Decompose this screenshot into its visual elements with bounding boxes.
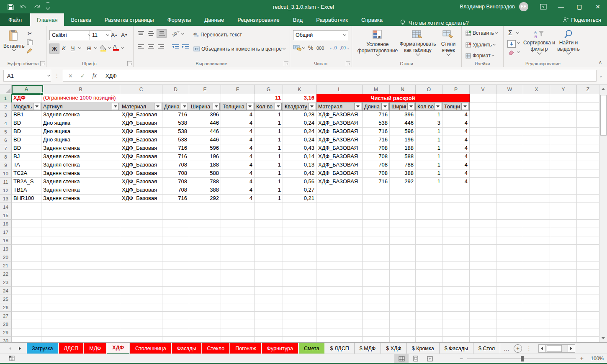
sort-filter-button[interactable]: АЯ Сортировка и фильтр <box>523 29 555 54</box>
column-header-B[interactable]: B <box>41 85 120 94</box>
cell[interactable] <box>316 303 363 312</box>
cell[interactable] <box>416 270 442 278</box>
zoom-slider[interactable] <box>467 359 576 359</box>
cell[interactable]: 4 <box>221 128 255 136</box>
cell[interactable] <box>120 253 162 261</box>
cell[interactable] <box>189 270 221 278</box>
cell[interactable]: 588 <box>390 153 416 161</box>
cell[interactable] <box>255 328 283 337</box>
cell[interactable] <box>416 253 442 261</box>
cell[interactable]: ХДФ_Базовая <box>120 169 162 178</box>
cell[interactable]: ХДФ_БАЗОВАЯ <box>316 136 363 144</box>
cell[interactable] <box>363 195 390 203</box>
row-header-27[interactable]: 27 <box>0 312 12 320</box>
cell[interactable] <box>316 270 363 278</box>
cell[interactable]: 11 <box>255 94 283 103</box>
cell[interactable] <box>416 295 442 303</box>
cell[interactable] <box>316 337 363 342</box>
font-name-combo[interactable]: Calibri <box>49 30 93 40</box>
zoom-level[interactable]: 100% <box>588 356 604 361</box>
cell[interactable] <box>577 295 599 303</box>
cell[interactable] <box>390 261 416 270</box>
vertical-scrollbar[interactable] <box>599 85 607 342</box>
row-header-26[interactable]: 26 <box>0 303 12 312</box>
cell[interactable] <box>390 195 416 203</box>
cell[interactable]: ХДФ_БАЗОВАЯ <box>316 153 363 161</box>
cell[interactable] <box>221 245 255 253</box>
cell[interactable]: ХДФ_БАЗОВАЯ <box>316 169 363 178</box>
filter-dropdown-icon[interactable] <box>213 103 220 110</box>
cell[interactable] <box>523 153 550 161</box>
cell[interactable]: ХДФ_Базовая <box>120 144 162 153</box>
cell[interactable] <box>189 312 221 320</box>
cell[interactable]: Дно ящика <box>41 119 120 128</box>
row-header-22[interactable]: 22 <box>0 270 12 278</box>
fill-icon[interactable] <box>507 40 516 48</box>
cell[interactable] <box>523 278 550 287</box>
cell[interactable] <box>41 312 120 320</box>
cell[interactable] <box>390 312 416 320</box>
cell[interactable] <box>162 94 189 103</box>
cell[interactable] <box>363 312 390 320</box>
cell[interactable] <box>12 220 41 228</box>
cell[interactable] <box>577 287 599 295</box>
cell[interactable] <box>255 236 283 245</box>
ribbon-tab-Рецензирование[interactable]: Рецензирование <box>231 13 286 26</box>
align-center-icon[interactable] <box>147 44 154 49</box>
cell[interactable] <box>442 278 470 287</box>
cell[interactable] <box>577 136 599 144</box>
cell[interactable] <box>496 178 523 186</box>
cell[interactable]: ХДФ_БАЗОВАЯ <box>316 161 363 169</box>
cell[interactable] <box>577 186 599 195</box>
row-header-25[interactable]: 25 <box>0 295 12 303</box>
cell[interactable] <box>523 136 550 144</box>
cell[interactable] <box>496 161 523 169</box>
cell[interactable] <box>162 245 189 253</box>
cell[interactable] <box>496 328 523 337</box>
cell[interactable] <box>550 144 577 153</box>
column-header-E[interactable]: E <box>189 85 221 94</box>
filter-header-4[interactable]: Ширина <box>189 103 221 111</box>
cell[interactable] <box>577 103 599 111</box>
sheet-tab-Загрузка[interactable]: Загрузка <box>27 343 58 354</box>
autosum-icon[interactable]: Σ <box>508 29 512 37</box>
align-middle-icon[interactable] <box>147 31 154 36</box>
scroll-right-icon[interactable] <box>568 344 575 353</box>
cell[interactable] <box>496 203 523 211</box>
cell[interactable] <box>316 320 363 328</box>
cell[interactable] <box>416 236 442 245</box>
cell[interactable] <box>442 211 470 220</box>
row-header-4[interactable]: 4 <box>0 119 12 128</box>
cell[interactable]: 716 <box>162 195 189 203</box>
cell[interactable] <box>550 178 577 186</box>
cell[interactable] <box>470 287 496 295</box>
cell[interactable] <box>12 236 41 245</box>
share-button[interactable]: Поделиться <box>563 13 601 26</box>
cell[interactable] <box>550 337 577 342</box>
cell[interactable] <box>120 261 162 270</box>
cell[interactable] <box>12 261 41 270</box>
cell[interactable] <box>470 119 496 128</box>
cell[interactable] <box>120 278 162 287</box>
cell[interactable] <box>470 228 496 236</box>
cell[interactable] <box>162 236 189 245</box>
row-header-14[interactable]: 14 <box>0 203 12 211</box>
cell[interactable] <box>221 220 255 228</box>
cell[interactable] <box>283 320 316 328</box>
cell[interactable] <box>120 211 162 220</box>
cell[interactable]: 196 <box>189 153 221 161</box>
cell[interactable] <box>162 203 189 211</box>
cell[interactable] <box>577 161 599 169</box>
cell[interactable] <box>255 203 283 211</box>
row-header-5[interactable]: 5 <box>0 128 12 136</box>
cell[interactable]: 4 <box>442 128 470 136</box>
scroll-left-icon[interactable] <box>538 344 546 353</box>
cell[interactable] <box>577 320 599 328</box>
cell[interactable] <box>390 320 416 328</box>
cell[interactable] <box>442 337 470 342</box>
cell[interactable] <box>442 295 470 303</box>
cell[interactable] <box>496 287 523 295</box>
cell[interactable] <box>470 337 496 342</box>
cell[interactable] <box>283 303 316 312</box>
cell[interactable] <box>41 270 120 278</box>
